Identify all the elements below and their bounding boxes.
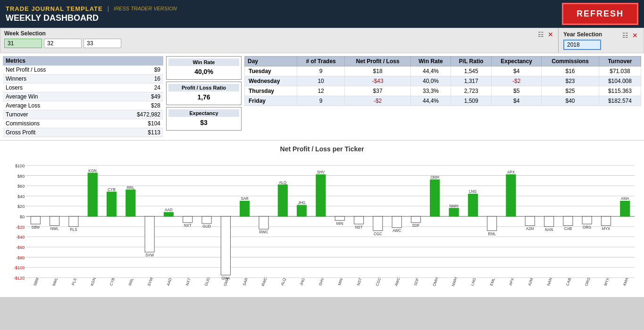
svg-text:GMA: GMA <box>221 276 230 280</box>
svg-text:SAR: SAR <box>242 277 249 286</box>
svg-rect-97 <box>487 216 497 231</box>
metrics-row: Average Win$49 <box>3 92 163 101</box>
day-trades: 9 <box>297 66 344 76</box>
svg-text:PLS: PLS <box>71 277 78 286</box>
svg-text:-$40: -$40 <box>16 235 25 239</box>
week-selection-label: Week Selection <box>4 30 46 37</box>
day-expectancy: $4 <box>492 96 542 106</box>
week-input-32[interactable] <box>44 39 82 48</box>
week-input-33[interactable] <box>84 39 121 48</box>
chart-title: Net Profit / Loss per Ticker <box>5 145 639 153</box>
col-commissions: Commissions <box>542 57 599 66</box>
svg-text:$20: $20 <box>17 204 25 209</box>
week-filter-icon[interactable]: ☷ <box>537 31 545 38</box>
kpi-pl-ratio-label: Profit / Loss Ratio <box>168 84 239 91</box>
svg-rect-49 <box>183 216 192 223</box>
svg-rect-61 <box>259 216 268 229</box>
day-row: Friday 9 -$2 44,4% 1,509 $4 $40 $182.574 <box>245 96 641 106</box>
metric-label: Gross Profit <box>3 128 101 137</box>
svg-rect-118 <box>620 201 630 216</box>
bar-chart: $100$80$60$40$20$0-$20-$40-$60-$80-$100-… <box>5 156 639 292</box>
svg-text:$60: $60 <box>17 184 25 189</box>
day-expectancy: $4 <box>492 66 542 76</box>
svg-text:JHG: JHG <box>299 277 306 286</box>
svg-text:$80: $80 <box>17 173 25 178</box>
svg-text:MYX: MYX <box>603 277 610 287</box>
selection-bar: Week Selection ☷ ✕ Year Selection ☷ ✕ <box>0 28 644 53</box>
week-clear-icon[interactable]: ✕ <box>547 31 554 38</box>
svg-rect-28 <box>50 216 59 225</box>
col-expectancy: Expectancy <box>492 57 542 66</box>
svg-text:OMH: OMH <box>430 175 439 180</box>
svg-text:SBM: SBM <box>33 277 40 287</box>
day-pl-ratio: 1,545 <box>451 66 492 76</box>
svg-rect-25 <box>31 216 40 224</box>
day-commissions: $16 <box>542 66 599 76</box>
svg-text:EML: EML <box>488 232 496 236</box>
svg-text:KGN: KGN <box>89 169 97 173</box>
svg-text:NXT: NXT <box>185 277 192 286</box>
kpi-pl-ratio: Profit / Loss Ratio 1,76 <box>166 82 242 105</box>
svg-text:JHG: JHG <box>298 201 306 205</box>
svg-text:GUD: GUD <box>202 224 211 229</box>
svg-text:KGN: KGN <box>90 277 97 287</box>
svg-text:OMH: OMH <box>432 277 439 287</box>
metric-label: Average Loss <box>3 101 101 110</box>
svg-rect-106 <box>544 216 554 227</box>
svg-rect-31 <box>69 216 78 227</box>
day-table-wrap: Day # of Trades Net Profit / Loss Win Ra… <box>244 56 641 137</box>
day-turnover: $182.574 <box>599 96 641 106</box>
year-clear-icon[interactable]: ✕ <box>631 32 639 39</box>
kpi-expectancy-label: Expectancy <box>168 109 239 117</box>
svg-rect-85 <box>411 216 420 223</box>
metric-value: $49 <box>101 92 163 101</box>
svg-text:NST: NST <box>356 277 363 286</box>
week-input-31[interactable] <box>4 39 42 48</box>
svg-text:$100: $100 <box>15 164 25 168</box>
metric-value: $113 <box>101 128 163 137</box>
day-turnover: $71.038 <box>599 66 641 76</box>
day-pl-ratio: 1,317 <box>451 76 492 86</box>
svg-text:CYB: CYB <box>108 188 115 192</box>
metrics-table: Metrics Net Profit / Loss$9Winners16Lose… <box>3 56 163 137</box>
metric-value: $28 <box>101 101 163 110</box>
svg-rect-94 <box>468 194 477 216</box>
svg-rect-79 <box>373 216 383 231</box>
day-label: Tuesday <box>245 66 297 76</box>
kpi-win-rate: Win Rate 40,0% <box>166 56 242 80</box>
day-row: Wednesday 10 -$43 40,0% 1,317 -$2 $23 $1… <box>245 76 641 86</box>
metrics-header: Metrics <box>3 56 163 66</box>
day-win-rate: 33,3% <box>410 86 451 96</box>
metric-value: 16 <box>101 74 163 83</box>
svg-rect-103 <box>525 216 535 225</box>
metric-label: Winners <box>3 74 101 83</box>
kpi-win-rate-value: 40,0% <box>168 66 239 77</box>
svg-text:ORG: ORG <box>583 225 591 229</box>
year-filter-icon[interactable]: ☷ <box>621 32 629 39</box>
metrics-row: Commissions$104 <box>3 119 163 128</box>
header-title-area: TRADE JOURNAL TEMPLATE | IRESS TRADER VE… <box>6 5 177 23</box>
svg-text:PLS: PLS <box>70 228 77 232</box>
svg-text:SBM: SBM <box>32 225 40 229</box>
svg-text:AMA: AMA <box>621 197 629 201</box>
svg-text:AWC: AWC <box>394 277 401 287</box>
metric-value: $472,982 <box>101 110 163 119</box>
day-label: Friday <box>245 96 297 106</box>
year-input[interactable] <box>563 40 601 50</box>
svg-text:NWH: NWH <box>451 277 458 287</box>
svg-text:NXT: NXT <box>184 223 192 228</box>
svg-rect-100 <box>506 174 516 216</box>
svg-text:NWL: NWL <box>50 227 59 231</box>
svg-text:AAD: AAD <box>166 277 173 286</box>
metrics-row: Turnover$472,982 <box>3 110 163 119</box>
kpi-win-rate-label: Win Rate <box>168 58 239 66</box>
week-selection-header: Week Selection ☷ ✕ <box>4 30 554 39</box>
svg-text:APX: APX <box>507 170 515 174</box>
day-trades: 10 <box>297 76 344 86</box>
chart-container: $100$80$60$40$20$0-$20-$40-$60-$80-$100-… <box>5 156 639 292</box>
metric-label: Net Profit / Loss <box>3 66 101 74</box>
refresh-button[interactable]: REFRESH <box>562 3 638 25</box>
svg-text:NST: NST <box>355 225 363 229</box>
svg-text:$0: $0 <box>20 214 25 219</box>
col-pl-ratio: P/L Ratio <box>451 57 492 66</box>
